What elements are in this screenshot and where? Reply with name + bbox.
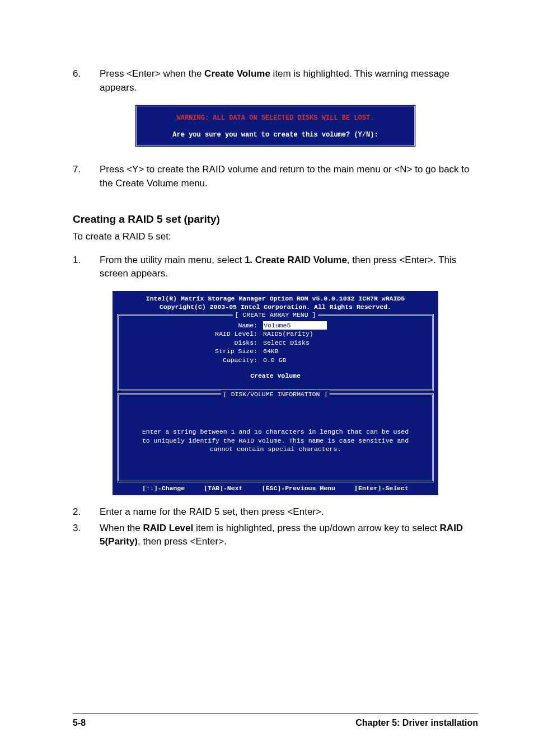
step-2: 2. Enter a name for the RAID 5 set, then… <box>73 505 478 519</box>
step-number: 7. <box>73 163 100 190</box>
step-number: 2. <box>73 505 100 519</box>
chapter-title: Chapter 5: Driver installation <box>355 718 478 728</box>
disk-volume-info-panel: [ DISK/VOLUME INFORMATION ] Enter a stri… <box>117 393 434 482</box>
create-volume-label: Create Volume <box>204 68 270 79</box>
create-volume-action[interactable]: Create Volume <box>123 364 428 379</box>
field-value[interactable]: 0.0 GB <box>263 356 428 365</box>
step-text: Press <Enter> when the Create Volume ite… <box>100 67 478 95</box>
key-hint-change: [↑↓]-Change <box>142 485 185 492</box>
panel-title: [ DISK/VOLUME INFORMATION ] <box>221 391 330 398</box>
key-hint-next: [TAB]-Next <box>204 485 242 492</box>
field-value[interactable]: Select Disks <box>263 339 428 348</box>
help-line: Enter a string between 1 and 16 characte… <box>129 428 422 436</box>
step-number: 6. <box>73 67 100 95</box>
text-fragment: item is highlighted, press the up/down a… <box>193 523 439 533</box>
text-fragment: From the utility main menu, select <box>100 255 245 265</box>
field-row-disks: Disks: Select Disks <box>123 339 428 348</box>
field-value: Volume5 <box>263 321 428 330</box>
bios-key-legend: [↑↓]-Change [TAB]-Next [ESC]-Previous Me… <box>117 482 434 492</box>
cursor-pad <box>291 321 327 330</box>
bios-screen: Intel(R) Matrix Storage Manager Option R… <box>113 291 438 495</box>
field-label: Capacity: <box>123 356 263 365</box>
step-text: When the RAID Level item is highlighted,… <box>100 522 478 549</box>
bios-header-line2: Copyright(C) 2003-05 Intel Corporation. … <box>117 303 434 312</box>
name-input-selected[interactable]: Volume5 <box>263 321 291 330</box>
warning-dialog: WARNING: ALL DATA ON SELECTED DISKS WILL… <box>135 105 416 147</box>
create-array-panel: [ CREATE ARRAY MENU ] Name: Volume5 RAID… <box>117 314 434 392</box>
page-footer: 5-8 Chapter 5: Driver installation <box>73 713 478 728</box>
field-row-name: Name: Volume5 <box>123 321 428 330</box>
warning-text: WARNING: ALL DATA ON SELECTED DISKS WILL… <box>141 112 410 128</box>
section-intro: To create a RAID 5 set: <box>73 231 478 242</box>
field-value[interactable]: 64KB <box>263 347 428 356</box>
step-1: 1. From the utility main menu, select 1.… <box>73 253 478 281</box>
field-label: Name: <box>123 321 263 330</box>
panel-title: [ CREATE ARRAY MENU ] <box>233 311 318 318</box>
step-text: Press <Y> to create the RAID volume and … <box>100 163 478 190</box>
step-number: 1. <box>73 253 100 281</box>
step-3: 3. When the RAID Level item is highlight… <box>73 522 478 549</box>
text-fragment: Press <Enter> when the <box>100 68 204 79</box>
step-6: 6. Press <Enter> when the Create Volume … <box>73 67 478 95</box>
field-row-raid-level: RAID Level: RAID5(Parity) <box>123 330 428 339</box>
section-heading: Creating a RAID 5 set (parity) <box>73 213 478 226</box>
bios-header-line1: Intel(R) Matrix Storage Manager Option R… <box>117 294 434 303</box>
help-line: to uniquely identify the RAID volume. Th… <box>129 436 422 445</box>
text-fragment: When the <box>100 523 143 533</box>
key-hint-select: [Enter]-Select <box>354 485 409 492</box>
field-row-strip-size: Strip Size: 64KB <box>123 347 428 356</box>
field-label: Disks: <box>123 339 263 348</box>
raid-level-label: RAID Level <box>143 523 194 533</box>
help-line: cannot contain special characters. <box>129 445 422 454</box>
field-row-capacity: Capacity: 0.0 GB <box>123 356 428 365</box>
warning-prompt: Are you sure you want to create this vol… <box>141 128 410 139</box>
field-label: RAID Level: <box>123 330 263 339</box>
help-text: Enter a string between 1 and 16 characte… <box>123 401 428 471</box>
text-fragment: , then press <Enter>. <box>138 536 227 547</box>
field-label: Strip Size: <box>123 347 263 356</box>
manual-page: 6. Press <Enter> when the Create Volume … <box>0 0 534 756</box>
step-7: 7. Press <Y> to create the RAID volume a… <box>73 163 478 190</box>
field-value[interactable]: RAID5(Parity) <box>263 330 428 339</box>
key-hint-previous: [ESC]-Previous Menu <box>262 485 335 492</box>
step-number: 3. <box>73 522 100 549</box>
step-text: From the utility main menu, select 1. Cr… <box>100 253 478 281</box>
menu-option-label: 1. Create RAID Volume <box>245 255 347 265</box>
page-number: 5-8 <box>73 718 86 728</box>
step-text: Enter a name for the RAID 5 set, then pr… <box>100 505 478 519</box>
